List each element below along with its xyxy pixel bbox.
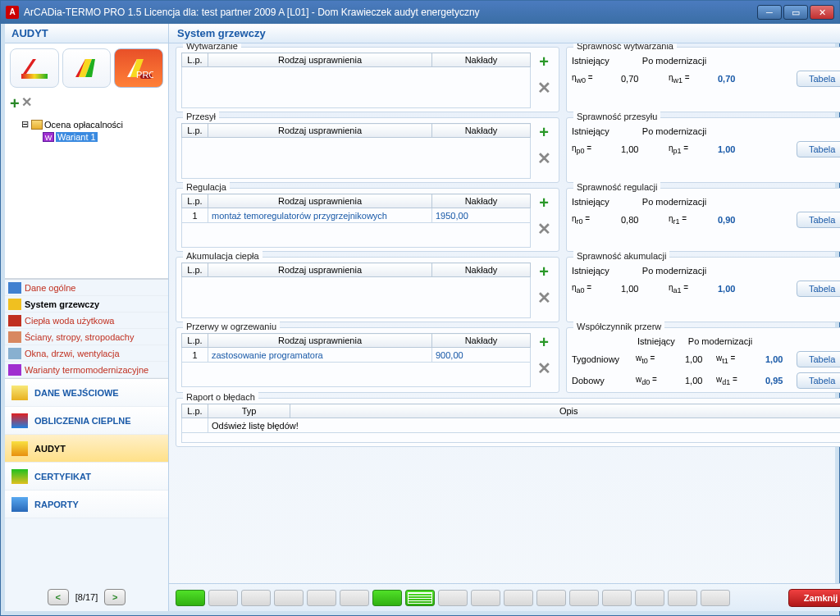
maximize-button[interactable]: ▭ <box>783 5 808 20</box>
del-row-regulacja[interactable]: ✕ <box>537 221 551 236</box>
pager-prev[interactable]: < <box>48 589 69 605</box>
close-button[interactable]: Zamknij <box>788 589 840 607</box>
step-7[interactable] <box>372 590 402 606</box>
tabela-przesylu[interactable]: Tabela <box>797 141 840 157</box>
step-8[interactable] <box>405 590 435 606</box>
grid-errors[interactable]: L.p.TypOpis Odśwież listę błędów! <box>181 404 840 433</box>
footer: Zamknij <box>169 583 840 611</box>
app-icon: A <box>6 6 19 19</box>
tree-root[interactable]: ⊟ Ocena opłacalności <box>10 118 163 130</box>
table-row: Odśwież listę błędów! <box>182 418 841 433</box>
add-row-regulacja[interactable]: + <box>539 195 549 210</box>
add-row-wytwarzanie[interactable]: + <box>539 54 549 69</box>
tree-delete-button[interactable]: ✕ <box>21 94 32 113</box>
nav-okna[interactable]: Okna, drzwi, wentylacja <box>5 345 168 362</box>
step-13[interactable] <box>569 590 599 606</box>
step-4[interactable] <box>274 590 304 606</box>
sidebar: AUDYT PRO + ✕ ⊟ Ocena opłacalności WWari… <box>5 24 169 611</box>
svg-text:PRO: PRO <box>136 70 153 80</box>
group-regulacja: Regulacja L.p.Rodzaj usprawnieniaNakłady… <box>176 188 559 252</box>
step-16[interactable] <box>668 590 697 606</box>
mode-btn-2[interactable] <box>62 48 112 88</box>
group-przerwy: Przerwy w ogrzewaniu L.p.Rodzaj usprawni… <box>176 327 559 393</box>
step-12[interactable] <box>536 590 566 606</box>
group-akumulacja: Akumulacja ciepła L.p.Rodzaj usprawnieni… <box>176 257 559 322</box>
title-bar: A ArCADia-TERMO PRO 1.5 Licencja dla: te… <box>1 1 839 24</box>
pager-next[interactable]: > <box>104 589 126 605</box>
step-10[interactable] <box>471 590 500 606</box>
nav-ciepla-woda[interactable]: Ciepła woda użytkowa <box>5 313 168 329</box>
step-2[interactable] <box>208 590 238 606</box>
window-close-button[interactable]: ✕ <box>810 5 834 20</box>
del-row-przesyl[interactable]: ✕ <box>537 151 551 166</box>
del-row-wytwarzanie[interactable]: ✕ <box>537 80 551 95</box>
grid-akumulacja[interactable]: L.p.Rodzaj usprawnieniaNakłady <box>181 262 531 277</box>
add-row-przesyl[interactable]: + <box>539 125 549 139</box>
stage-certyfikat[interactable]: CERTYFIKAT <box>5 463 168 491</box>
tabela-dobowy[interactable]: Tabela <box>797 372 840 389</box>
grid-wytwarzanie[interactable]: L.p.Rodzaj usprawnieniaNakłady <box>181 52 531 67</box>
group-przesyl: Przesył L.p.Rodzaj usprawnieniaNakłady + <box>176 117 559 183</box>
sidebar-title: AUDYT <box>5 24 168 43</box>
svg-rect-0 <box>21 74 48 79</box>
step-1[interactable] <box>176 590 205 606</box>
group-eff-wytwarzania: Sprawność wytwarzania IstniejącyPo moder… <box>566 47 840 112</box>
tabela-tygodniowy[interactable]: Tabela <box>797 351 840 367</box>
nav-dane-ogolne[interactable]: Dane ogólne <box>5 280 168 296</box>
pager: < [8/17] > <box>5 586 168 611</box>
page-title: System grzewczy <box>169 24 840 43</box>
stage-raporty[interactable]: RAPORTY <box>5 491 168 518</box>
tabela-akumulacji[interactable]: Tabela <box>797 281 840 297</box>
group-eff-regulacji: Sprawność regulacji IstniejącyPo moderni… <box>566 188 840 252</box>
window-title: ArCADia-TERMO PRO 1.5 Licencja dla: test… <box>24 7 757 18</box>
tabela-wytwarzania[interactable]: Tabela <box>797 71 840 87</box>
app-window: A ArCADia-TERMO PRO 1.5 Licencja dla: te… <box>0 0 840 616</box>
table-row: 1montaż temoregulatorów przygrzejnikowyc… <box>182 208 531 223</box>
nav-warianty[interactable]: Warianty termomodernizacyjne <box>5 362 168 378</box>
minimize-button[interactable]: ─ <box>757 5 782 20</box>
stage-dane-wejsciowe[interactable]: DANE WEJŚCIOWE <box>5 379 168 407</box>
grid-przesyl[interactable]: L.p.Rodzaj usprawnieniaNakłady <box>181 123 531 138</box>
del-row-akumulacja[interactable]: ✕ <box>537 290 551 305</box>
step-3[interactable] <box>241 590 271 606</box>
group-wspolczynnik-przerw: Współczynnik przerw IstniejącyPo moderni… <box>566 327 840 393</box>
del-row-przerwy[interactable]: ✕ <box>537 361 551 376</box>
step-11[interactable] <box>504 590 533 606</box>
step-14[interactable] <box>602 590 632 606</box>
step-6[interactable] <box>340 590 369 606</box>
tree-add-button[interactable]: + <box>10 94 20 113</box>
step-17[interactable] <box>701 590 730 606</box>
tree-child[interactable]: WWariant 1 <box>10 130 163 143</box>
tabela-regulacji[interactable]: Tabela <box>797 212 840 228</box>
pager-label: [8/17] <box>75 592 98 602</box>
grid-regulacja[interactable]: L.p.Rodzaj usprawnieniaNakłady 1montaż t… <box>181 194 531 223</box>
nav-sciany[interactable]: Ściany, stropy, stropodachy <box>5 329 168 345</box>
group-wytwarzanie: Wytwarzanie L.p.Rodzaj usprawnieniaNakła… <box>176 47 559 112</box>
stage-obliczenia[interactable]: OBLICZENIA CIEPLNE <box>5 407 168 435</box>
add-row-przerwy[interactable]: + <box>539 335 549 349</box>
step-9[interactable] <box>438 590 468 606</box>
variant-tree[interactable]: ⊟ Ocena opłacalności WWariant 1 <box>5 115 168 279</box>
group-raport-bledow: Raport o błędach L.p.TypOpis Odśwież lis… <box>176 398 840 447</box>
mode-btn-3[interactable]: PRO <box>114 48 163 88</box>
nav-system-grzewczy[interactable]: System grzewczy <box>5 296 168 313</box>
main-panel: System grzewczy Wytwarzanie L.p.Rodzaj u… <box>169 24 840 611</box>
add-row-akumulacja[interactable]: + <box>539 264 549 279</box>
stage-nav: DANE WEJŚCIOWE OBLICZENIA CIEPLNE AUDYT … <box>5 378 168 518</box>
step-15[interactable] <box>635 590 664 606</box>
mode-btn-1[interactable] <box>10 48 59 88</box>
group-eff-akumulacji: Sprawność akumulacji IstniejącyPo modern… <box>566 257 840 322</box>
section-nav: Dane ogólne System grzewczy Ciepła woda … <box>5 279 168 378</box>
group-eff-przesylu: Sprawność przesyłu IstniejącyPo moderniz… <box>566 117 840 183</box>
stage-audyt[interactable]: AUDYT <box>5 435 168 463</box>
grid-przerwy[interactable]: L.p.Rodzaj usprawnieniaNakłady 1zastosow… <box>181 333 531 363</box>
table-row: 1zastosowanie programatora900,00 <box>182 348 531 363</box>
step-5[interactable] <box>307 590 336 606</box>
